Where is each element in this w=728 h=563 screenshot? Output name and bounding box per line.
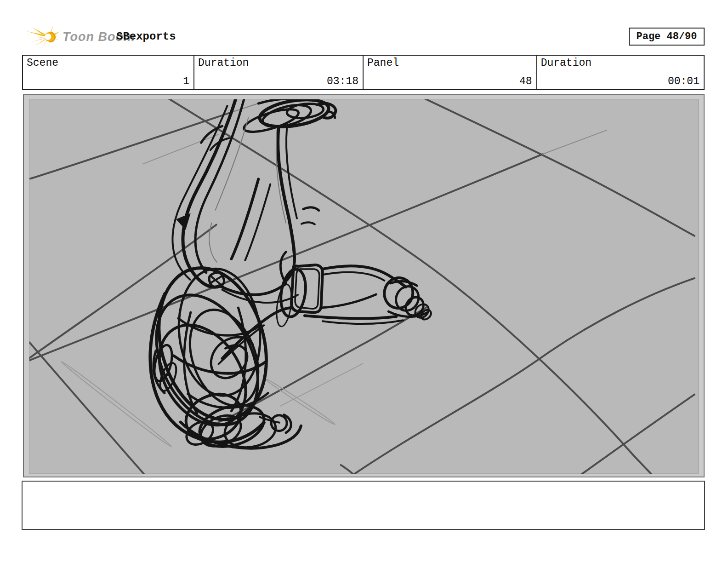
cell-value: 03:18	[327, 75, 358, 87]
cell-label: Duration	[541, 57, 592, 69]
storyboard-image	[29, 99, 699, 474]
info-cell-duration-panel: Duration 00:01	[536, 56, 704, 89]
toonboom-burst-icon	[26, 25, 62, 49]
info-table: Scene 1 Duration 03:18 Panel 48 Duration…	[22, 55, 705, 90]
page-root: { "header": { "logo_text": "Toon Boom", …	[0, 0, 728, 563]
header: Toon Boom SBexports Page 48/90	[0, 0, 728, 53]
character-sketch	[136, 99, 433, 454]
info-cell-scene: Scene 1	[23, 56, 193, 89]
cell-label: Panel	[367, 57, 399, 69]
cell-label: Scene	[27, 57, 58, 69]
page-number-box: Page 48/90	[629, 28, 705, 46]
storyboard-sketch-svg	[29, 99, 698, 474]
floor-grid-lines	[29, 99, 694, 474]
document-title: SBexports	[116, 30, 176, 43]
floor-highlight-streaks	[60, 134, 363, 448]
toonboom-logo: Toon Boom	[26, 25, 110, 49]
sketch-foot-top	[242, 99, 336, 137]
caption-box	[22, 481, 705, 530]
cell-label: Duration	[198, 57, 249, 69]
cell-value: 1	[183, 75, 189, 87]
storyboard-panel	[23, 94, 705, 477]
info-cell-duration-scene: Duration 03:18	[193, 56, 363, 89]
cell-value: 00:01	[668, 75, 700, 87]
cell-value: 48	[519, 75, 532, 87]
info-cell-panel: Panel 48	[363, 56, 536, 89]
